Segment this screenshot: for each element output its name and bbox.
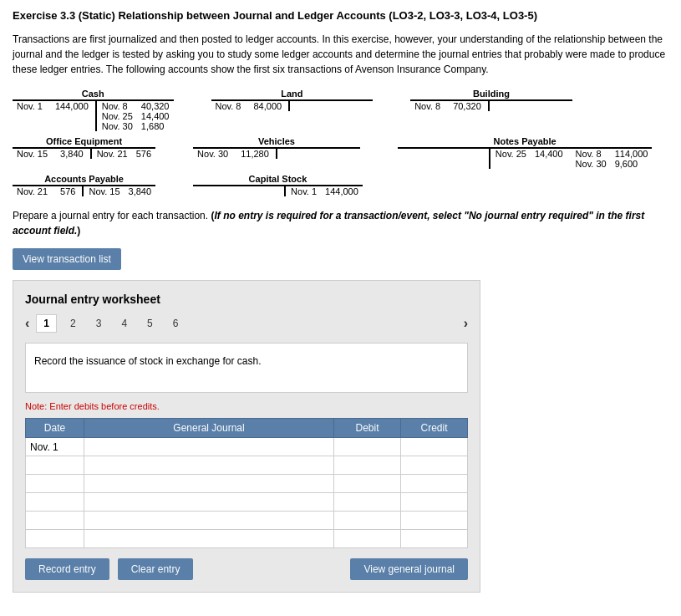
record-entry-button[interactable]: Record entry	[25, 558, 109, 580]
debit-input-6[interactable]	[338, 534, 396, 544]
date-cell-1: Nov. 1	[26, 438, 84, 456]
debit-cell-1[interactable]	[334, 438, 401, 456]
tab-3[interactable]: 3	[89, 315, 109, 332]
clear-entry-button[interactable]: Clear entry	[118, 558, 194, 580]
debit-input-1[interactable]	[338, 442, 396, 452]
credit-input-5[interactable]	[405, 516, 463, 526]
date-cell-4	[26, 493, 84, 512]
notes-payable-title: Notes Payable	[398, 136, 653, 146]
credit-input-4[interactable]	[405, 497, 463, 507]
gj-cell-1[interactable]	[84, 438, 334, 456]
gj-cell-6[interactable]	[84, 530, 334, 548]
gj-cell-5[interactable]	[84, 512, 334, 530]
date-cell-3	[26, 475, 84, 493]
worksheet-container: Journal entry worksheet ‹ 1 2 3 4 5 6 › …	[13, 280, 480, 593]
vehicles-account: Vehicles Nov. 30 11,280	[193, 136, 360, 169]
action-buttons: Record entry Clear entry View general jo…	[25, 558, 468, 580]
gj-input-4[interactable]	[89, 497, 329, 507]
credit-cell-3[interactable]	[401, 475, 468, 493]
nav-next-button[interactable]: ›	[464, 316, 468, 331]
debit-input-5[interactable]	[338, 516, 396, 526]
tab-4[interactable]: 4	[114, 315, 134, 332]
credit-input-1[interactable]	[405, 442, 463, 452]
accounts-payable-title: Accounts Payable	[13, 174, 155, 184]
tab-1[interactable]: 1	[36, 314, 57, 333]
tab-2[interactable]: 2	[64, 315, 83, 332]
debit-cell-2[interactable]	[334, 456, 401, 475]
header-credit: Credit	[401, 419, 468, 438]
capital-stock-account: Capital Stock Nov. 1 144,000	[193, 174, 363, 196]
debit-cell-3[interactable]	[334, 475, 401, 493]
view-general-journal-button[interactable]: View general journal	[350, 558, 468, 580]
accounts-payable-account: Accounts Payable Nov. 21 576 Nov. 15 3,8…	[13, 174, 155, 196]
credit-cell-2[interactable]	[401, 456, 468, 475]
credit-cell-6[interactable]	[401, 530, 468, 548]
debit-cell-5[interactable]	[334, 512, 401, 530]
credit-input-6[interactable]	[405, 534, 463, 544]
header-debit: Debit	[334, 419, 401, 438]
worksheet-nav: ‹ 1 2 3 4 5 6 ›	[25, 314, 468, 333]
date-cell-2	[26, 456, 84, 475]
credit-cell-1[interactable]	[401, 438, 468, 456]
gj-cell-3[interactable]	[84, 475, 334, 493]
building-account: Building Nov. 8 70,320	[410, 89, 572, 131]
gj-input-3[interactable]	[89, 479, 329, 489]
note-text: Note: Enter debits before credits.	[25, 401, 468, 411]
credit-input-3[interactable]	[405, 479, 463, 489]
header-general-journal: General Journal	[84, 419, 334, 438]
table-row	[26, 475, 468, 493]
table-row	[26, 493, 468, 512]
office-equipment-account: Office Equipment Nov. 15 3,840 Nov. 21 5…	[13, 136, 155, 169]
worksheet-title: Journal entry worksheet	[25, 293, 468, 306]
header-date: Date	[26, 419, 84, 438]
date-cell-5	[26, 512, 84, 530]
office-equipment-title: Office Equipment	[13, 136, 155, 146]
transaction-description: Record the issuance of stock in exchange…	[25, 343, 468, 393]
debit-input-4[interactable]	[338, 497, 396, 507]
exercise-title: Exercise 3.3 (Static) Relationship betwe…	[13, 8, 668, 23]
gj-input-2[interactable]	[89, 461, 329, 471]
tab-5[interactable]: 5	[140, 315, 160, 332]
view-transaction-list-button[interactable]: View transaction list	[13, 248, 121, 270]
land-account: Land Nov. 8 84,000	[211, 89, 374, 131]
instruction-text: Prepare a journal entry for each transac…	[13, 208, 668, 238]
building-title: Building	[410, 89, 572, 99]
debit-input-2[interactable]	[338, 461, 396, 471]
table-row	[26, 456, 468, 475]
credit-cell-4[interactable]	[401, 493, 468, 512]
capital-stock-title: Capital Stock	[193, 174, 363, 184]
gj-cell-2[interactable]	[84, 456, 334, 475]
cash-title: Cash	[13, 89, 174, 99]
land-title: Land	[211, 89, 374, 99]
gj-input-5[interactable]	[89, 516, 329, 526]
cash-account: Cash Nov. 1 144,000 Nov. 8 40,320 Nov. 2…	[13, 89, 174, 131]
debit-cell-4[interactable]	[334, 493, 401, 512]
table-row	[26, 530, 468, 548]
table-row	[26, 512, 468, 530]
debit-cell-6[interactable]	[334, 530, 401, 548]
debit-input-3[interactable]	[338, 479, 396, 489]
date-cell-6	[26, 530, 84, 548]
notes-payable-account: Notes Payable Nov. 25 14,400 Nov. 8 114,…	[398, 136, 653, 169]
ledger-section: Cash Nov. 1 144,000 Nov. 8 40,320 Nov. 2…	[13, 89, 668, 196]
journal-table: Date General Journal Debit Credit Nov. 1	[25, 418, 468, 548]
gj-input-1[interactable]	[89, 442, 329, 452]
nav-prev-button[interactable]: ‹	[25, 316, 29, 331]
tab-6[interactable]: 6	[166, 315, 185, 332]
vehicles-title: Vehicles	[193, 136, 360, 146]
table-row: Nov. 1	[26, 438, 468, 456]
gj-input-6[interactable]	[89, 534, 329, 544]
gj-cell-4[interactable]	[84, 493, 334, 512]
credit-input-2[interactable]	[405, 461, 463, 471]
credit-cell-5[interactable]	[401, 512, 468, 530]
intro-text: Transactions are first journalized and t…	[13, 32, 668, 77]
